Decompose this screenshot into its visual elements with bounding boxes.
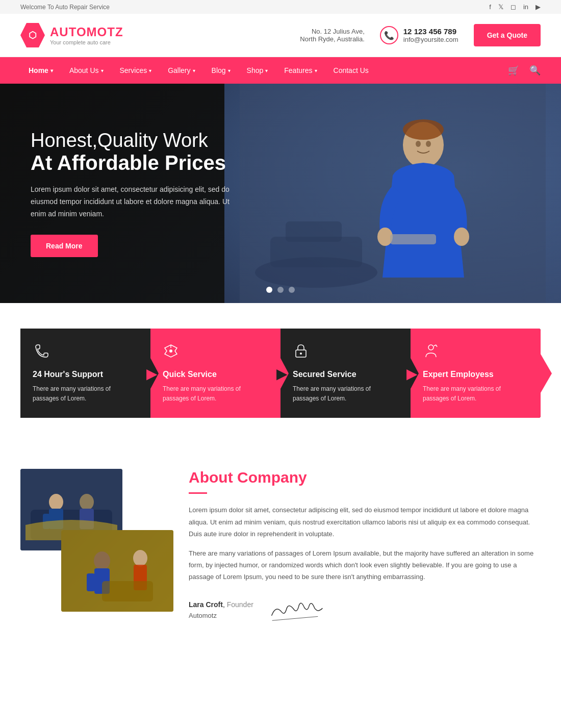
hero-section: Honest,Quality Work At Affordable Prices… xyxy=(0,84,561,303)
chevron-down-icon: ▾ xyxy=(50,68,53,73)
cart-icon[interactable]: 🛒 xyxy=(508,65,519,76)
quick-icon xyxy=(163,343,268,363)
youtube-link[interactable]: ▶ xyxy=(536,3,541,11)
main-nav: Home ▾ About Us ▾ Services ▾ Gallery ▾ B… xyxy=(0,57,561,84)
nav-item-about[interactable]: About Us ▾ xyxy=(61,57,112,84)
nav-item-features[interactable]: Features ▾ xyxy=(276,57,325,84)
arrow-divider xyxy=(150,358,159,389)
feature-desc-quick: There are many variations of passages of… xyxy=(163,384,268,404)
feature-item-secured: Secured Service There are many variation… xyxy=(280,329,411,418)
features-section: 24 Hour's Support There are many variati… xyxy=(0,303,561,443)
about-para-1: Lorem ipsum dolor sit amet, consectetur … xyxy=(189,504,541,540)
get-quote-button[interactable]: Get a Quote xyxy=(474,24,541,46)
top-bar-welcome: Welcome To Auto Repair Service xyxy=(20,4,110,11)
feature-item-support: 24 Hour's Support There are many variati… xyxy=(20,329,150,418)
person-icon xyxy=(423,343,528,363)
logo-brand: AUTOMOTZ xyxy=(50,25,123,39)
svg-point-20 xyxy=(49,494,63,510)
feature-desc-secured: There are many variations of passages of… xyxy=(293,384,398,404)
header-phone: 📞 12 123 456 789 info@yoursite.com xyxy=(380,26,458,44)
about-para-2: There are many variations of passages of… xyxy=(189,547,541,583)
svg-point-30 xyxy=(133,550,147,566)
lock-icon xyxy=(293,343,398,363)
svg-point-27 xyxy=(94,551,110,570)
hero-content: Honest,Quality Work At Affordable Prices… xyxy=(0,130,265,257)
feature-title-expert: Expert Employess xyxy=(423,370,528,379)
chevron-down-icon: ▾ xyxy=(228,68,231,73)
svg-point-7 xyxy=(454,228,469,246)
svg-point-14 xyxy=(300,353,302,355)
chevron-down-icon: ▾ xyxy=(265,68,268,73)
feature-item-quick: Quick Service There are many variations … xyxy=(150,329,280,418)
feature-title-support: 24 Hour's Support xyxy=(33,370,138,379)
hero-dot-2[interactable] xyxy=(277,287,284,293)
logo-tagline: Your complete auto care xyxy=(50,39,123,45)
nav-item-shop[interactable]: Shop ▾ xyxy=(239,57,276,84)
svg-rect-29 xyxy=(87,573,95,591)
about-image-bottom xyxy=(61,530,173,612)
mechanic-illustration xyxy=(224,84,561,303)
about-section: About Company Lorem ipsum dolor sit amet… xyxy=(0,443,561,649)
svg-point-9 xyxy=(416,141,421,147)
feature-desc-expert: There are many variations of passages of… xyxy=(423,384,528,404)
arrow-final xyxy=(541,354,552,393)
founder-company: Automotz xyxy=(189,612,253,619)
logo-area: ⬡ AUTOMOTZ Your complete auto care xyxy=(20,23,123,47)
header-address: No. 12 Julius Ave, North Ryde, Australia… xyxy=(300,28,364,43)
feature-title-quick: Quick Service xyxy=(163,370,268,379)
header-contact: No. 12 Julius Ave, North Ryde, Australia… xyxy=(300,24,541,46)
nav-items: Home ▾ About Us ▾ Services ▾ Gallery ▾ B… xyxy=(20,57,377,84)
svg-point-23 xyxy=(80,494,94,510)
chevron-down-icon: ▾ xyxy=(101,68,104,73)
svg-point-10 xyxy=(426,141,431,147)
phone-icon: 📞 xyxy=(380,26,398,44)
hero-dots xyxy=(266,287,295,293)
support-icon xyxy=(33,343,138,363)
svg-point-5 xyxy=(403,119,444,140)
svg-rect-32 xyxy=(102,581,153,601)
facebook-link[interactable]: f xyxy=(489,3,491,11)
chevron-down-icon: ▾ xyxy=(149,68,151,73)
logo-text: AUTOMOTZ Your complete auto care xyxy=(50,25,123,45)
nav-item-contact[interactable]: Contact Us xyxy=(325,57,377,84)
signature xyxy=(268,593,326,626)
phone-info: 12 123 456 789 info@yoursite.com xyxy=(403,27,458,43)
nav-item-home[interactable]: Home ▾ xyxy=(20,57,61,84)
search-icon[interactable]: 🔍 xyxy=(529,65,541,76)
read-more-button[interactable]: Read More xyxy=(31,235,98,257)
svg-point-15 xyxy=(428,345,434,350)
linkedin-link[interactable]: in xyxy=(523,3,528,11)
features-grid: 24 Hour's Support There are many variati… xyxy=(20,329,541,418)
svg-point-11 xyxy=(169,349,172,353)
feature-title-secured: Secured Service xyxy=(293,370,398,379)
hero-dot-1[interactable] xyxy=(266,287,272,293)
feature-item-expert: Expert Employess There are many variatio… xyxy=(411,329,541,418)
about-heading: About Company xyxy=(189,469,541,486)
hero-bg xyxy=(224,84,561,303)
social-links: f 𝕏 ◻ in ▶ xyxy=(489,3,541,11)
about-divider xyxy=(189,492,207,494)
nav-item-services[interactable]: Services ▾ xyxy=(112,57,160,84)
nav-item-gallery[interactable]: Gallery ▾ xyxy=(160,57,203,84)
twitter-link[interactable]: 𝕏 xyxy=(498,3,503,11)
chevron-down-icon: ▾ xyxy=(315,68,317,73)
instagram-link[interactable]: ◻ xyxy=(511,3,516,11)
about-images xyxy=(20,469,163,612)
svg-line-33 xyxy=(272,616,318,620)
nav-item-blog[interactable]: Blog ▾ xyxy=(203,57,239,84)
svg-rect-8 xyxy=(390,234,436,244)
about-founder: Lara Croft, Founder Automotz xyxy=(189,595,541,624)
hero-dot-3[interactable] xyxy=(289,287,295,293)
arrow-divider-3 xyxy=(280,358,289,389)
founder-info: Lara Croft, Founder xyxy=(189,600,253,609)
top-bar: Welcome To Auto Repair Service f 𝕏 ◻ in … xyxy=(0,0,561,14)
chevron-down-icon: ▾ xyxy=(193,68,195,73)
hero-headline: Honest,Quality Work At Affordable Prices xyxy=(31,130,235,174)
hero-description: Lorem ipsum dolor sit amet, consectetur … xyxy=(31,184,235,220)
feature-desc-support: There are many variations of passages of… xyxy=(33,384,138,404)
svg-line-17 xyxy=(436,345,437,347)
arrow-divider-5 xyxy=(411,358,419,389)
svg-rect-3 xyxy=(286,221,342,242)
about-content: About Company Lorem ipsum dolor sit amet… xyxy=(189,469,541,624)
logo-icon: ⬡ xyxy=(20,23,45,47)
